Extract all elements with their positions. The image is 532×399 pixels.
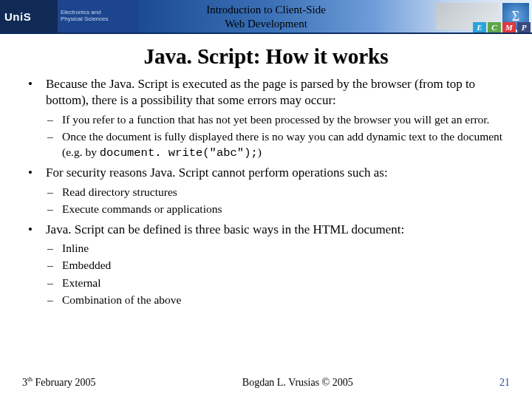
header-bar: UniS Electronics and Physical Sciences I… xyxy=(0,0,532,33)
bullet-2-text: For security reasons Java. Script cannot… xyxy=(46,166,388,180)
ecmp-badges: E C M P xyxy=(473,22,531,33)
bullet-2: For security reasons Java. Script cannot… xyxy=(21,165,511,216)
bullet-1-text: Because the Java. Script is executed as … xyxy=(46,77,475,107)
badge-m: M xyxy=(502,22,516,33)
bullet-2-sub-1: Read directory structures xyxy=(46,185,511,200)
bullet-3-sub-1: Inline xyxy=(46,241,511,256)
footer-date: 3th February 2005 xyxy=(22,375,96,389)
slide-content: Because the Java. Script is executed as … xyxy=(0,69,532,308)
bullet-3-sub-4: Combination of the above xyxy=(46,293,511,307)
bullet-3-sub-2: Embedded xyxy=(46,258,511,273)
bullet-1: Because the Java. Script is executed as … xyxy=(21,76,511,160)
bullet-3-sub-3: External xyxy=(46,276,511,290)
footer-page-number: 21 xyxy=(499,377,510,389)
bullet-3: Java. Script can be defined is three bas… xyxy=(21,222,511,308)
bullet-2-sub-2: Execute commands or applications xyxy=(46,202,511,216)
slide-footer: 3th February 2005 Bogdan L. Vrusias © 20… xyxy=(0,375,532,389)
bullet-1-sub-2: Once the document is fully displayed the… xyxy=(46,129,511,160)
bullet-3-text: Java. Script can be defined is three bas… xyxy=(46,222,404,236)
badge-c: C xyxy=(488,22,501,33)
bullet-1-sub-1: If you refer to a function that has not … xyxy=(46,112,511,127)
slide-title: Java. Script: How it works xyxy=(0,44,532,69)
badge-p: P xyxy=(517,22,531,33)
badge-e: E xyxy=(473,22,486,33)
header-separator xyxy=(0,33,532,34)
footer-author: Bogdan L. Vrusias © 2005 xyxy=(242,377,353,389)
header-right-logos: Σ E C M P xyxy=(436,0,532,33)
code-snippet: document. write("abc"); xyxy=(100,146,258,160)
